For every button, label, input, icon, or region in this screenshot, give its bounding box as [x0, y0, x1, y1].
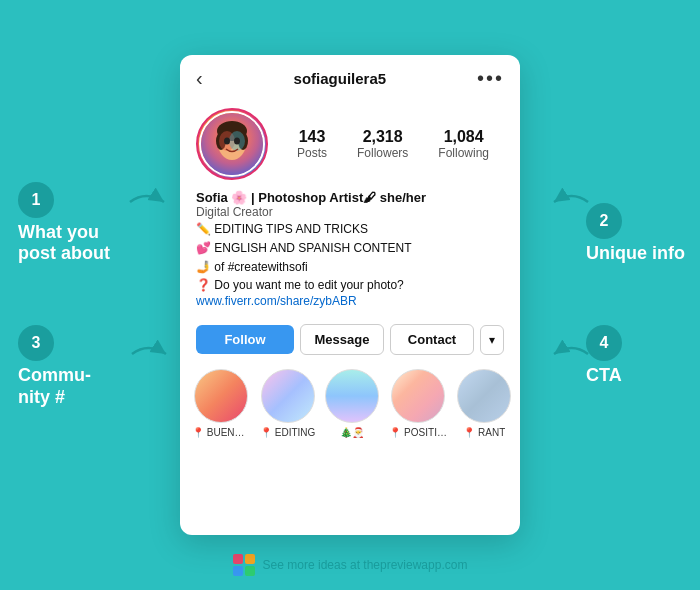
annotation-1: 1 What you post about: [18, 182, 128, 265]
dropdown-button[interactable]: ▾: [480, 325, 504, 355]
posts-label: Posts: [297, 146, 327, 160]
bio-section: Sofia 🌸 | Photoshop Artist🖌 she/her Digi…: [180, 188, 520, 316]
bio-link[interactable]: www.fiverr.com/share/zybABR: [196, 294, 504, 308]
highlight-item-2[interactable]: 📍 EDITING: [260, 369, 315, 438]
stat-following: 1,084 Following: [438, 128, 489, 160]
svg-rect-9: [233, 554, 243, 564]
svg-rect-12: [245, 566, 255, 576]
profile-section: 143 Posts 2,318 Followers 1,084 Followin…: [180, 98, 520, 188]
annotation-circle-3: 3: [18, 325, 54, 361]
highlight-circle-4: [391, 369, 445, 423]
bio-name: Sofia 🌸 | Photoshop Artist🖌 she/her: [196, 190, 504, 205]
following-label: Following: [438, 146, 489, 160]
highlight-circle-2: [261, 369, 315, 423]
followers-count: 2,318: [363, 128, 403, 146]
annotation-4: 4 CTA: [586, 325, 622, 387]
follow-button[interactable]: Follow: [196, 325, 294, 354]
annotation-3: 3 Commu- nity #: [18, 325, 128, 408]
left-annotations: 1 What you post about 3 Commu- nity #: [18, 0, 128, 590]
highlight-label-2: 📍 EDITING: [260, 427, 315, 438]
highlight-label-5: 📍 RANT: [463, 427, 505, 438]
annotation-label-1: What you post about: [18, 222, 128, 265]
bio-title: Digital Creator: [196, 205, 504, 219]
annotation-circle-4: 4: [586, 325, 622, 361]
svg-point-7: [224, 138, 230, 145]
arrow-bottom-left: [130, 340, 168, 372]
right-annotations: 2 Unique info 4 CTA: [586, 0, 686, 590]
posts-count: 143: [299, 128, 326, 146]
stat-followers: 2,318 Followers: [357, 128, 408, 160]
stats-row: 143 Posts 2,318 Followers 1,084 Followin…: [282, 128, 504, 160]
annotation-label-3: Commu- nity #: [18, 365, 128, 408]
svg-rect-11: [233, 566, 243, 576]
arrow-top-left: [128, 188, 166, 220]
annotation-2: 2 Unique info: [586, 203, 685, 265]
highlight-item-4[interactable]: 📍 POSITIVE...: [389, 369, 447, 438]
contact-button[interactable]: Contact: [390, 324, 474, 355]
svg-rect-10: [245, 554, 255, 564]
instagram-card: ‹ sofiaguilera5 •••: [180, 55, 520, 535]
arrow-top-right: [552, 188, 590, 220]
highlight-circle-1: [194, 369, 248, 423]
annotation-label-2: Unique info: [586, 243, 685, 265]
stat-posts: 143 Posts: [297, 128, 327, 160]
highlight-item-1[interactable]: 📍 BUENOS A...: [192, 369, 250, 438]
more-options-icon[interactable]: •••: [477, 67, 504, 90]
annotation-label-4: CTA: [586, 365, 622, 387]
highlight-item-3[interactable]: 🎄🎅: [325, 369, 379, 438]
top-bar: ‹ sofiaguilera5 •••: [180, 55, 520, 98]
bio-line-3: 🤳 of #createwithsofi: [196, 259, 504, 276]
followers-label: Followers: [357, 146, 408, 160]
highlight-label-1: 📍 BUENOS A...: [192, 427, 250, 438]
preview-app-icon: [233, 554, 255, 576]
arrow-bottom-right: [552, 340, 590, 372]
annotation-circle-2: 2: [586, 203, 622, 239]
back-arrow-icon[interactable]: ‹: [196, 67, 203, 90]
highlight-circle-5: [457, 369, 511, 423]
message-button[interactable]: Message: [300, 324, 384, 355]
bio-line-2: 💕 ENGLISH AND SPANISH CONTENT: [196, 240, 504, 257]
avatar-inner: [199, 111, 265, 177]
profile-username: sofiaguilera5: [294, 70, 387, 87]
highlight-label-3: 🎄🎅: [340, 427, 364, 438]
bio-line-1: ✏️ EDITING TIPS AND TRICKS: [196, 221, 504, 238]
avatar: [196, 108, 268, 180]
action-buttons: Follow Message Contact ▾: [180, 316, 520, 363]
following-count: 1,084: [444, 128, 484, 146]
annotation-circle-1: 1: [18, 182, 54, 218]
bio-line-4: ❓ Do you want me to edit your photo?: [196, 277, 504, 294]
svg-point-8: [234, 138, 240, 145]
highlight-circle-3: [325, 369, 379, 423]
footer-text: See more ideas at thepreviewapp.com: [263, 558, 468, 572]
highlight-item-5[interactable]: 📍 RANT: [457, 369, 511, 438]
highlight-label-4: 📍 POSITIVE...: [389, 427, 447, 438]
footer: See more ideas at thepreviewapp.com: [0, 554, 700, 576]
highlights-row: 📍 BUENOS A... 📍 EDITING 🎄🎅 📍 POSITIVE...…: [180, 363, 520, 448]
